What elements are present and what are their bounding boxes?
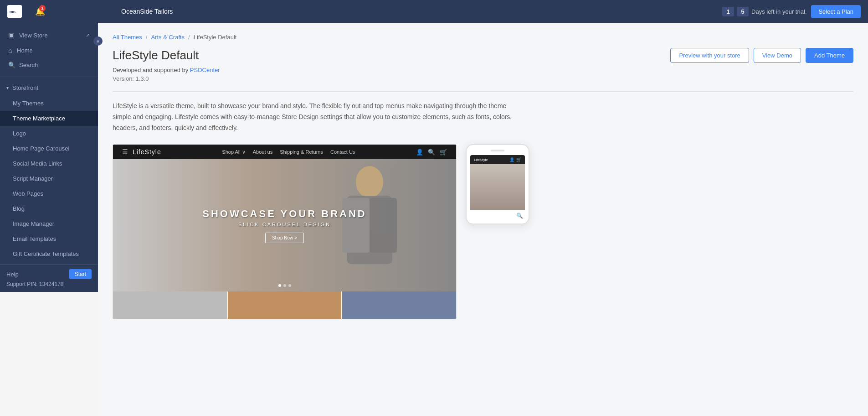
select-plan-button[interactable]: Select a Plan [811,5,861,18]
topbar: BIG 🔔 1 OceanSide Tailors 1 5 Days left … [0,0,868,23]
mobile-nav: LifeStyle 👤 🛒 [470,155,525,164]
sidebar-collapse-button[interactable]: « [93,36,103,46]
trial-text: Days left in your trial. [751,8,806,15]
preview-container: ☰ LifeStyle Shop All ∨ About us Shipping… [113,144,853,319]
bigcommerce-logo: BIG [7,5,22,18]
theme-version: Version: 1.3.0 [113,75,853,82]
sidebar: ▣ View Store ↗ ⌂ Home 🔍 Search ▾ Storefr… [0,23,98,292]
product-thumb-3 [342,291,456,319]
help-row: Help Start [6,269,92,279]
trial-day2: 5 [737,7,749,16]
theme-description: LifeStyle is a versatile theme, built to… [113,101,523,133]
preview-nav: ☰ LifeStyle Shop All ∨ About us Shipping… [113,145,456,159]
sidebar-item-theme-marketplace[interactable]: Theme Marketplace [0,111,98,126]
breadcrumb-all-themes[interactable]: All Themes [113,34,142,41]
view-store-label: View Store [19,32,48,39]
view-store-item[interactable]: ▣ View Store ↗ [4,27,94,43]
search-label: Search [19,62,38,68]
theme-meta: Developed and supported by PSDCenter [113,67,853,73]
preview-button[interactable]: Preview with your store [670,48,749,63]
home-icon: ⌂ [8,47,12,54]
breadcrumb: All Themes / Arts & Crafts / LifeStyle D… [113,34,853,41]
preview-hamburger-icon: ☰ [122,148,128,156]
preview-product-strip [113,291,456,319]
preview-account-icon: 👤 [416,149,423,156]
breadcrumb-sep2: / [188,34,190,41]
preview-hero: SHOWCASE YOUR BRAND SLICK CAROUSEL DESIG… [113,159,456,291]
sidebar-bottom: Help Start Support PIN: 13424178 [0,264,98,292]
notification-bell[interactable]: 🔔 1 [33,4,47,19]
hero-dots [278,284,291,287]
home-item[interactable]: ⌂ Home [4,43,94,58]
product-thumb-2 [228,291,342,319]
external-link-icon: ↗ [86,32,90,38]
store-icon: ▣ [8,31,15,39]
svg-rect-5 [370,198,397,253]
topbar-left: BIG 🔔 1 OceanSide Tailors [7,4,722,19]
sidebar-wrapper: ▣ View Store ↗ ⌂ Home 🔍 Search ▾ Storefr… [0,23,98,416]
sidebar-item-web-pages[interactable]: Web Pages [0,186,98,201]
mobile-cart-icon: 🛒 [516,157,521,162]
mobile-search-icon: 🔍 [516,213,523,219]
mobile-nav-icons: 👤 🛒 [509,157,521,162]
developer-prefix: Developed and supported by [113,67,190,73]
desktop-preview: ☰ LifeStyle Shop All ∨ About us Shipping… [113,144,457,319]
home-label: Home [17,47,33,54]
main-layout: ▣ View Store ↗ ⌂ Home 🔍 Search ▾ Storefr… [0,23,868,416]
mobile-nav-logo: LifeStyle [474,158,488,162]
svg-point-2 [356,166,383,198]
sidebar-item-script-manager[interactable]: Script Manager [0,171,98,186]
sidebar-item-home-page-carousel[interactable]: Home Page Carousel [0,141,98,156]
mobile-account-icon: 👤 [509,157,514,162]
preview-nav-links: Shop All ∨ About us Shipping & Returns C… [222,149,355,155]
storefront-section: ▾ Storefront My Themes Theme Marketplace… [0,77,98,264]
sidebar-item-email-templates[interactable]: Email Templates [0,231,98,246]
help-label: Help [6,271,19,278]
mobile-preview: LifeStyle 👤 🛒 🔍 [466,144,529,224]
add-theme-button[interactable]: Add Theme [806,48,853,63]
hero-dot-3 [288,284,291,287]
sidebar-item-gift-certificate-templates[interactable]: Gift Certificate Templates [0,246,98,261]
developer-link[interactable]: PSDCenter [190,67,220,73]
preview-search-icon: 🔍 [428,149,435,156]
theme-header: LifeStyle Default Preview with your stor… [113,48,853,63]
start-button[interactable]: Start [69,269,92,279]
logo-area: BIG [7,5,22,18]
hero-main-text: SHOWCASE YOUR BRAND [202,208,366,220]
svg-text:BIG: BIG [10,10,15,14]
hero-sub-text: SLICK CAROUSEL DESIGN [202,222,366,227]
storefront-header[interactable]: ▾ Storefront [0,80,98,96]
hero-dot-2 [283,284,286,287]
support-pin: Support PIN: 13424178 [6,281,92,287]
store-name: OceanSide Tailors [121,8,173,15]
sidebar-item-blog[interactable]: Blog [0,201,98,216]
hero-overlay-text: SHOWCASE YOUR BRAND SLICK CAROUSEL DESIG… [202,208,366,243]
sidebar-item-my-themes[interactable]: My Themes [0,96,98,111]
sidebar-item-logo[interactable]: Logo [0,126,98,141]
breadcrumb-category[interactable]: Arts & Crafts [151,34,185,41]
theme-actions: Preview with your store View Demo Add Th… [670,48,853,63]
trial-days: 1 5 Days left in your trial. [722,7,806,16]
preview-cart-icon: 🛒 [440,149,447,156]
sidebar-top-actions: ▣ View Store ↗ ⌂ Home 🔍 Search [0,23,98,77]
theme-title: LifeStyle Default [113,48,199,62]
sidebar-item-social-media-links[interactable]: Social Media Links [0,156,98,171]
storefront-label: Storefront [12,84,38,91]
breadcrumb-sep1: / [146,34,148,41]
notification-badge: 1 [39,5,46,11]
search-item[interactable]: 🔍 Search [4,58,94,72]
sidebar-item-image-manager[interactable]: Image Manager [0,216,98,231]
product-thumb-1 [113,291,227,319]
view-demo-button[interactable]: View Demo [754,48,801,63]
hero-shop-button[interactable]: Shop Now > [265,233,304,243]
mobile-hero-content [470,164,525,210]
hero-dot-1 [278,284,281,287]
trial-day1: 1 [722,7,734,16]
mobile-search: 🔍 [470,213,525,219]
content-area: All Themes / Arts & Crafts / LifeStyle D… [98,23,868,416]
breadcrumb-current: LifeStyle Default [194,34,237,41]
preview-nav-logo: LifeStyle [133,148,161,156]
divider [113,91,853,92]
search-icon: 🔍 [8,62,15,68]
mobile-speaker [491,150,504,151]
